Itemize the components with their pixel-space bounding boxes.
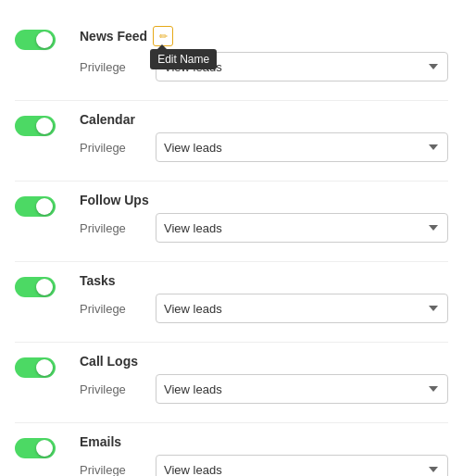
privilege-select-tasks[interactable]: View leadsEdit leadsDelete leadsNo acces… — [156, 294, 448, 323]
privilege-select-follow-ups[interactable]: View leadsEdit leadsDelete leadsNo acces… — [156, 213, 448, 243]
section-title-news-feed: News Feed — [80, 29, 147, 44]
section-title-follow-ups: Follow Ups — [80, 193, 149, 207]
section-follow-ups: Follow UpsPrivilegeView leadsEdit leadsD… — [15, 193, 448, 250]
section-emails: EmailsPrivilegeView leadsEdit leadsDelet… — [15, 434, 448, 476]
privilege-label-follow-ups: Privilege — [80, 221, 144, 235]
privilege-label-calendar: Privilege — [80, 141, 144, 155]
toggle-call-logs[interactable] — [15, 357, 56, 378]
section-title-tasks: Tasks — [80, 273, 116, 288]
toggle-news-feed[interactable] — [15, 30, 56, 50]
section-calendar: CalendarPrivilegeView leadsEdit leadsDel… — [15, 112, 448, 169]
edit-name-button[interactable]: ✏Edit Name — [153, 26, 173, 46]
privilege-label-news-feed: Privilege — [80, 60, 144, 74]
toggle-calendar[interactable] — [15, 116, 56, 136]
section-title-call-logs: Call Logs — [80, 354, 138, 369]
section-call-logs: Call LogsPrivilegeView leadsEdit leadsDe… — [15, 354, 448, 411]
privilege-select-emails[interactable]: View leadsEdit leadsDelete leadsNo acces… — [156, 455, 448, 476]
privilege-label-call-logs: Privilege — [80, 382, 144, 396]
toggle-follow-ups[interactable] — [15, 196, 56, 217]
section-title-calendar: Calendar — [80, 112, 135, 127]
toggle-emails[interactable] — [15, 438, 56, 458]
section-news-feed: News Feed✏Edit NamePrivilegeView leadsEd… — [15, 26, 448, 89]
privilege-select-call-logs[interactable]: View leadsEdit leadsDelete leadsNo acces… — [156, 374, 448, 404]
privilege-label-emails: Privilege — [80, 463, 144, 477]
privilege-label-tasks: Privilege — [80, 302, 144, 316]
privilege-select-calendar[interactable]: View leadsEdit leadsDelete leadsNo acces… — [156, 132, 448, 162]
pencil-icon: ✏ — [159, 31, 168, 43]
section-title-emails: Emails — [80, 434, 121, 449]
toggle-tasks[interactable] — [15, 277, 56, 297]
edit-name-tooltip: Edit Name — [150, 49, 217, 69]
section-tasks: TasksPrivilegeView leadsEdit leadsDelete… — [15, 273, 448, 331]
